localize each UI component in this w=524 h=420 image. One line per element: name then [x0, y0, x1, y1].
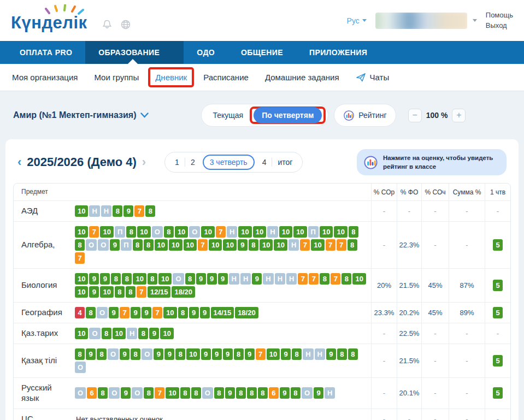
grade-chip[interactable]: 8: [145, 205, 155, 217]
grade-chip[interactable]: 4: [75, 307, 85, 318]
grade-chip[interactable]: 8: [214, 387, 224, 399]
grade-chip[interactable]: 9: [225, 387, 235, 399]
subnav-item-my-organization[interactable]: Моя организация: [12, 73, 78, 82]
grade-chip[interactable]: 8: [292, 348, 302, 360]
grade-chip[interactable]: 9: [109, 307, 119, 318]
grade-chip[interactable]: 10: [75, 328, 88, 339]
grade-chip[interactable]: 8: [102, 328, 111, 339]
grade-chip[interactable]: 10: [155, 239, 168, 251]
grade-chip[interactable]: О: [108, 348, 119, 360]
grade-chip[interactable]: Н: [89, 205, 99, 217]
grade-chip[interactable]: 7: [137, 286, 146, 298]
grade-chip[interactable]: 8: [97, 348, 107, 360]
grade-chip[interactable]: 9: [200, 307, 210, 318]
grade-chip[interactable]: О: [75, 362, 86, 373]
grade-chip[interactable]: 10: [184, 239, 197, 251]
grade-chip[interactable]: 10: [279, 226, 292, 238]
grade-chip[interactable]: 10: [253, 226, 266, 238]
grade-chip[interactable]: 9: [100, 273, 110, 285]
notifications-bell-icon[interactable]: [102, 19, 113, 30]
grade-chip[interactable]: 9: [120, 348, 129, 360]
user-name-blurred[interactable]: [375, 13, 467, 29]
grade-chip[interactable]: 8: [115, 286, 125, 298]
grade-chip[interactable]: О: [89, 328, 100, 339]
grade-chip[interactable]: 9: [86, 348, 96, 360]
grade-chip[interactable]: 10: [238, 226, 251, 238]
grade-chip[interactable]: Н: [303, 348, 313, 360]
grade-chip[interactable]: 9: [252, 273, 262, 285]
grade-chip[interactable]: 10: [352, 273, 366, 285]
grade-chip[interactable]: Н: [325, 387, 335, 399]
user-menu-caret-icon[interactable]: [473, 19, 477, 22]
quarter-tab-1[interactable]: 1: [169, 158, 185, 167]
nav-item-communication[interactable]: ОБЩЕНИЕ: [228, 41, 296, 64]
quarter-grade-chip[interactable]: 5: [493, 239, 503, 251]
grade-chip[interactable]: 9: [189, 307, 199, 318]
grade-chip[interactable]: 9: [123, 205, 133, 217]
quarter-grade-chip[interactable]: 5: [493, 307, 503, 318]
grade-chip[interactable]: 7: [298, 273, 308, 285]
view-current-button[interactable]: Текущая: [205, 111, 251, 120]
quarter-grade-chip[interactable]: 5: [493, 387, 503, 399]
grade-chip[interactable]: 8: [175, 348, 185, 360]
quarter-tab-total[interactable]: итог: [272, 158, 298, 167]
grade-chip[interactable]: 10: [100, 226, 113, 238]
grade-chip[interactable]: 7: [300, 239, 310, 251]
grade-chip[interactable]: 8: [247, 387, 257, 399]
language-selector[interactable]: Рус: [347, 16, 367, 25]
grade-chip[interactable]: 10: [209, 239, 222, 251]
grade-chip[interactable]: 9: [218, 273, 228, 285]
grade-chip[interactable]: 7: [256, 348, 266, 360]
globe-icon[interactable]: [120, 19, 131, 30]
view-by-quarters-button[interactable]: По четвертям: [254, 107, 322, 123]
subnav-item-my-groups[interactable]: Мои группы: [94, 73, 139, 82]
grade-chip[interactable]: 7: [152, 307, 162, 318]
grade-chip[interactable]: 10: [133, 273, 146, 285]
grade-chip[interactable]: 9: [245, 348, 255, 360]
grade-chip[interactable]: 9: [131, 307, 140, 318]
grade-chip[interactable]: 8: [348, 348, 358, 360]
nav-item-education[interactable]: ОБРАЗОВАНИЕ: [85, 41, 184, 64]
grade-chip[interactable]: Н: [227, 226, 237, 238]
zoom-out-button[interactable]: −: [408, 109, 422, 122]
grade-chip[interactable]: 9: [164, 348, 174, 360]
grade-chip[interactable]: 10: [75, 273, 88, 285]
grade-chip[interactable]: 9: [142, 307, 151, 318]
grade-chip[interactable]: 10: [223, 239, 236, 251]
grade-chip[interactable]: 8: [178, 307, 188, 318]
grade-chip[interactable]: 8: [337, 348, 347, 360]
grade-chip[interactable]: 7: [331, 273, 340, 285]
grade-chip[interactable]: 8: [126, 286, 136, 298]
grade-chip[interactable]: 7: [134, 205, 144, 217]
grade-chip[interactable]: О: [97, 307, 108, 318]
student-selector[interactable]: Амир (№1 Мектеп-гимназия): [13, 110, 149, 120]
grade-chip[interactable]: Н: [240, 273, 251, 285]
grade-chip[interactable]: 10: [274, 239, 287, 251]
grade-chip[interactable]: О: [152, 226, 163, 238]
grade-chip[interactable]: 10: [75, 286, 88, 298]
grade-chip[interactable]: 8: [75, 348, 85, 360]
quarter-tab-3-active[interactable]: 3 четверть: [203, 155, 255, 170]
grade-chip[interactable]: 8: [148, 273, 157, 285]
grade-chip[interactable]: П: [308, 226, 319, 238]
grade-chip[interactable]: 7: [337, 239, 346, 251]
grade-chip[interactable]: Н: [101, 205, 111, 217]
grade-chip[interactable]: О: [142, 348, 152, 360]
logout-link[interactable]: Выход: [486, 21, 513, 31]
grade-chip[interactable]: 10: [169, 239, 182, 251]
grade-chip[interactable]: О: [75, 387, 86, 399]
grade-chip[interactable]: 8: [180, 387, 190, 399]
grade-chip[interactable]: 7: [120, 307, 129, 318]
subnav-item-diary[interactable]: Дневник: [155, 73, 187, 82]
grade-chip[interactable]: 14/15: [211, 307, 234, 318]
grade-chip[interactable]: 6: [269, 387, 279, 399]
grade-chip[interactable]: 10: [160, 328, 173, 339]
next-period-button[interactable]: ›: [142, 155, 146, 169]
grade-chip[interactable]: 7: [216, 226, 226, 238]
grade-chip[interactable]: 10: [186, 348, 199, 360]
grade-chip[interactable]: О: [302, 387, 313, 399]
grade-chip[interactable]: 8: [191, 387, 201, 399]
grade-chip[interactable]: О: [202, 387, 213, 399]
grade-chip[interactable]: 7: [75, 252, 85, 264]
grade-chip[interactable]: 9: [121, 387, 131, 399]
